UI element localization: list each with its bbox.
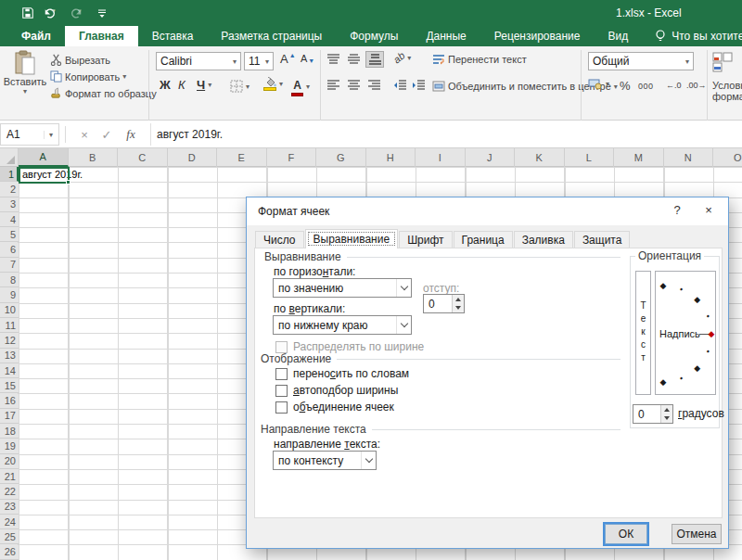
align-left-button[interactable] (326, 80, 340, 91)
ribbon-tab-3[interactable]: Вставка (138, 26, 208, 46)
vertical-text-option[interactable]: Текст (635, 271, 651, 395)
column-header-O[interactable]: O (713, 148, 742, 167)
row-header-18[interactable]: 18 (0, 424, 19, 439)
row-header-15[interactable]: 15 (0, 378, 19, 393)
ribbon-tab-5[interactable]: Формулы (336, 26, 412, 46)
decrease-indent-button[interactable] (393, 80, 407, 91)
column-header-L[interactable]: L (565, 148, 615, 167)
row-header-22[interactable]: 22 (0, 484, 19, 499)
row-header-26[interactable]: 26 (0, 545, 19, 560)
column-header-J[interactable]: J (466, 148, 516, 167)
font-color-button[interactable]: А ▾ (291, 76, 310, 96)
shrink-font-button[interactable]: А▼ (301, 52, 314, 64)
row-header-5[interactable]: 5 (0, 227, 19, 242)
dial-marker-45deg[interactable]: ◆ (694, 296, 700, 304)
dialog-tab-4[interactable]: Граница (454, 231, 513, 248)
grow-font-button[interactable]: А▲ (280, 52, 296, 66)
row-header-11[interactable]: 11 (0, 318, 19, 333)
increase-indent-button[interactable] (412, 80, 426, 91)
column-headers[interactable]: ABCDEFGHIJKLMNO (0, 148, 742, 167)
undo-icon[interactable] (41, 4, 59, 22)
cancel-entry-icon[interactable]: × (74, 123, 95, 146)
orientation-button[interactable]: ab▾ (393, 52, 411, 63)
column-header-M[interactable]: M (614, 148, 664, 167)
ribbon-tab-7[interactable]: Рецензирование (480, 26, 595, 46)
dial-marker--90deg[interactable]: ◆ (660, 378, 667, 387)
dial-marker--45deg[interactable]: ◆ (694, 363, 700, 372)
ok-button[interactable]: ОК (605, 524, 647, 544)
column-header-E[interactable]: E (217, 148, 267, 167)
column-header-C[interactable]: C (118, 148, 168, 167)
column-header-D[interactable]: D (168, 148, 218, 167)
row-header-21[interactable]: 21 (0, 469, 19, 484)
row-header-3[interactable]: 3 (0, 197, 19, 212)
row-header-4[interactable]: 4 (0, 212, 19, 227)
degrees-up-icon[interactable] (661, 405, 672, 414)
accounting-format-button[interactable]: ▾ (588, 78, 609, 90)
row-header-19[interactable]: 19 (0, 439, 19, 453)
column-header-N[interactable]: N (664, 148, 714, 167)
copy-button[interactable]: Копировать ▾ (50, 70, 126, 83)
row-header-14[interactable]: 14 (0, 363, 19, 378)
vertical-combo[interactable]: по нижнему краю (273, 315, 412, 335)
column-header-A[interactable]: A (19, 148, 69, 167)
ribbon-tab-4[interactable]: Разметка страницы (207, 26, 336, 46)
formula-input[interactable]: август 2019г. (150, 123, 742, 146)
tell-me-box[interactable]: Что вы хотите сделать? (655, 26, 742, 46)
row-header-23[interactable]: 23 (0, 500, 19, 515)
shrink-to-fit-checkbox[interactable]: автоподбор ширины (275, 384, 398, 397)
row-header-10[interactable]: 10 (0, 303, 19, 318)
font-family-combo[interactable]: Calibri▾ (156, 52, 241, 70)
indent-spinner[interactable]: 0 (423, 294, 465, 313)
indent-down-icon[interactable] (453, 304, 464, 313)
dialog-tab-2[interactable]: Выравнивание (305, 229, 399, 248)
degrees-down-icon[interactable] (661, 414, 672, 424)
column-header-I[interactable]: I (416, 148, 466, 167)
row-header-7[interactable]: 7 (0, 258, 19, 273)
row-header-17[interactable]: 17 (0, 409, 19, 424)
enter-entry-icon[interactable]: ✓ (96, 123, 117, 146)
redo-icon[interactable] (67, 4, 85, 22)
bold-button[interactable]: Ж (160, 78, 171, 92)
ribbon-tab-8[interactable]: Вид (594, 26, 642, 46)
ribbon-tab-1[interactable]: Файл (7, 26, 65, 46)
cancel-button[interactable]: Отмена (672, 524, 722, 544)
align-center-button[interactable] (347, 80, 361, 91)
italic-button[interactable]: К (178, 78, 186, 92)
row-header-6[interactable]: 6 (0, 243, 19, 258)
merge-cells-checkbox[interactable]: объединение ячеек (275, 401, 394, 414)
cell-a1-selection[interactable] (19, 167, 70, 184)
name-box[interactable]: A1 ▾ (0, 123, 59, 146)
column-header-G[interactable]: G (316, 148, 366, 167)
row-header-24[interactable]: 24 (0, 515, 19, 529)
indent-up-icon[interactable] (453, 295, 464, 304)
format-painter-button[interactable]: Формат по образцу (50, 87, 157, 99)
orientation-dial[interactable]: Надпись ◆◆◆◆◆◆◆◆◆ (655, 271, 716, 395)
align-top-button[interactable] (326, 54, 340, 65)
paste-button[interactable]: Вставить ▾ (6, 50, 45, 106)
undo-dropdown-icon[interactable]: ▾ (52, 7, 56, 15)
fill-color-button[interactable]: ▾ (263, 77, 283, 91)
cut-button[interactable]: Вырезать (50, 54, 110, 66)
dialog-tab-6[interactable]: Защита (574, 231, 631, 248)
align-middle-button[interactable] (347, 54, 361, 65)
number-format-combo[interactable]: Общий▾ (588, 52, 694, 70)
dialog-tab-1[interactable]: Число (255, 231, 304, 248)
redo-dropdown-icon[interactable]: ▾ (78, 7, 82, 15)
decrease-decimal-button[interactable]: .00→ (686, 81, 707, 90)
column-header-H[interactable]: H (366, 148, 416, 167)
conditional-formatting-button[interactable]: Условное форматирование (712, 52, 742, 102)
align-bottom-button[interactable] (365, 51, 384, 68)
customize-qat-icon[interactable] (93, 4, 111, 22)
row-header-25[interactable]: 25 (0, 529, 19, 544)
insert-function-icon[interactable]: fx (121, 123, 141, 146)
row-header-8[interactable]: 8 (0, 273, 19, 287)
ribbon-tab-6[interactable]: Данные (412, 26, 480, 46)
fill-handle[interactable] (66, 180, 70, 185)
wrap-text-button[interactable]: Перенести текст (432, 54, 527, 65)
horizontal-combo[interactable]: по значению (273, 278, 412, 298)
degrees-spinner[interactable]: 0 (633, 404, 673, 424)
text-direction-combo[interactable]: по контексту (273, 451, 377, 470)
comma-style-button[interactable]: 000 (638, 82, 654, 91)
row-header-16[interactable]: 16 (0, 394, 19, 409)
